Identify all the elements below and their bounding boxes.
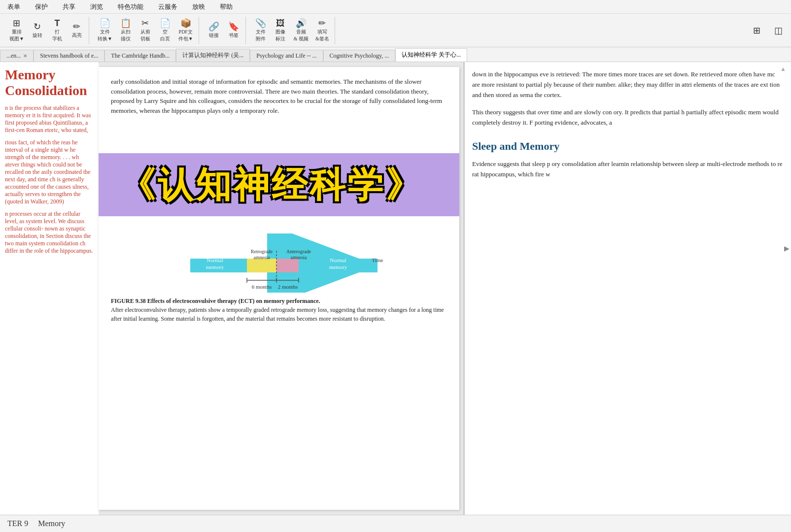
sidebar-icon: ◫ [774,25,783,36]
figure-caption: FIGURE 9.38 Effects of electroconvulsive… [111,297,447,323]
right-panel-sleep: Evidence suggests that sleep p ory conso… [472,159,784,180]
svg-text:Normal: Normal [330,257,346,263]
rearrange-view-button[interactable]: ⊞ 重排视图▼ [7,17,27,44]
figure-container: Normal memory Retrograde amnesia Anterog… [111,233,447,323]
menu-bar: 表单 保护 共享 浏览 特色功能 云服务 放映 帮助 [0,0,791,14]
pdf-package-icon: 📦 [180,19,191,28]
doc-page: early consolidation and initial storage … [99,67,459,510]
attachment-icon: 📎 [255,19,266,28]
svg-text:amnesia: amnesia [254,255,270,260]
right-panel: ▲ down in the hippocampus eve is retriev… [464,62,791,515]
toolbar-group-view: ⊞ 重排视图▼ ↻ 旋转 T 打字机 ✏ 高亮 [4,17,89,44]
pdf-package-button[interactable]: 📦 PDF文件包▼ [176,17,196,44]
rearrange-label: 重排视图▼ [9,29,24,42]
scan-button[interactable]: 📋 从扫描仪 [117,17,135,44]
menu-item-share[interactable]: 共享 [60,1,78,12]
svg-text:amnesia: amnesia [291,255,307,260]
grid-icon: ⊞ [753,25,760,36]
banner-chinese-text: 《认知神经科学》 [99,158,459,211]
audio-video-label: 音频& 视频 [294,29,309,42]
menu-item-cloud[interactable]: 云服务 [156,1,180,12]
fill-sign-button[interactable]: ✏ 填写&签名 [313,17,332,44]
sleep-memory-heading: Sleep and Memory [472,138,784,154]
bookmark-button[interactable]: 🔖 书签 [225,21,242,40]
chapter-title-memory: Memory [5,67,94,83]
tab-1-label: Stevens handbook of e... [40,52,98,60]
sidebar-toggle-button[interactable]: ◫ [769,24,787,37]
pdf-package-label: PDF文件包▼ [178,29,193,42]
svg-text:Normal: Normal [206,257,223,263]
menu-item-browse[interactable]: 浏览 [88,1,105,12]
sidebar-quote-text: rious fact, of which the reas he interva… [5,139,94,205]
bookmark-label: 书签 [229,32,239,39]
tabs-bar: ...en... ✕ Stevens handbook of e... The … [0,47,791,62]
sidebar-processes-text: n processes occur at the cellular level,… [5,210,94,255]
right-panel-intro: down in the hippocampus eve is retrieved… [472,69,784,100]
highlight-button[interactable]: ✏ 高亮 [68,21,86,40]
tab-2-label: The Cambridge Handb... [111,52,170,60]
overlay-banner: 《认知神经科学》 [99,153,459,216]
svg-rect-2 [247,259,276,272]
left-sidebar: Memory Consolidation n is the process th… [0,62,99,515]
menu-item-protect[interactable]: 保护 [33,1,50,12]
tab-1[interactable]: Stevens handbook of e... [34,50,104,62]
scan-label: 从扫描仪 [121,29,131,42]
scan-icon: 📋 [120,19,131,28]
tab-3-label: 计算认知神经科学 (吴... [182,51,243,60]
rotate-button[interactable]: ↻ 旋转 [29,21,46,40]
figure-svg: Normal memory Retrograde amnesia Anterog… [161,233,397,293]
tab-5-label: Cognitive Psychology, ... [330,52,389,60]
tab-4-label: Psychology and Life -- ... [256,52,316,60]
link-button[interactable]: 🔗 链接 [205,21,223,40]
figure-caption-body: After electroconvulsive therapy, patient… [111,306,444,322]
toolbar-group-file: 📄 文件转换▼ 📋 从扫描仪 ✂ 从剪切板 📄 空白页 📦 PDF文件包▼ [92,17,199,44]
attachment-label: 文件附件 [256,29,266,42]
link-icon: 🔗 [208,22,219,31]
tab-6[interactable]: 认知神经科学 关于心... [395,48,467,62]
tab-2[interactable]: The Cambridge Handb... [104,50,176,62]
toolbar: ⊞ 重排视图▼ ↻ 旋转 T 打字机 ✏ 高亮 📄 文件转换▼ 📋 从扫描仪 ✂… [0,14,791,47]
file-convert-button[interactable]: 📄 文件转换▼ [95,17,115,44]
image-annotation-icon: 🖼 [276,19,285,28]
svg-text:6 months: 6 months [252,284,272,290]
chapter-number: TER 9 [7,519,28,528]
link-label: 链接 [209,32,219,39]
rearrange-icon: ⊞ [13,19,20,28]
tab-4[interactable]: Psychology and Life -- ... [250,50,323,62]
typewriter-label: 打字机 [52,29,62,42]
file-convert-label: 文件转换▼ [98,29,112,42]
svg-text:memory: memory [206,264,224,270]
svg-text:Retrograde: Retrograde [251,249,273,254]
fill-sign-icon: ✏ [318,19,326,28]
audio-video-button[interactable]: 🔊 音频& 视频 [291,17,311,44]
menu-item-form[interactable]: 表单 [5,1,23,12]
clipboard-button[interactable]: ✂ 从剪切板 [137,17,154,44]
tab-0-close[interactable]: ✕ [23,53,27,59]
scroll-up-indicator: ▲ [780,65,786,73]
audio-video-icon: 🔊 [296,19,307,28]
tab-5[interactable]: Cognitive Psychology, ... [323,50,396,62]
fill-sign-label: 填写&签名 [315,29,329,42]
typewriter-icon: T [54,19,60,28]
grid-view-button[interactable]: ⊞ [748,24,765,37]
sidebar-body-text: n is the process that stabilizes a memor… [5,104,94,134]
file-convert-icon: 📄 [100,19,110,28]
menu-item-playback[interactable]: 放映 [190,1,207,12]
tab-6-label: 认知神经科学 关于心... [402,51,461,59]
blank-page-button[interactable]: 📄 空白页 [156,17,174,44]
tab-0[interactable]: ...en... ✕ [0,50,34,62]
rotate-icon: ↻ [34,22,41,31]
svg-rect-3 [276,259,299,272]
attachment-button[interactable]: 📎 文件附件 [252,17,270,44]
doc-main-para1: early consolidation and initial storage … [111,77,447,115]
image-annotation-button[interactable]: 🖼 图像标注 [272,17,289,44]
bookmark-icon: 🔖 [228,22,239,31]
svg-text:Time: Time [372,257,383,263]
menu-item-features[interactable]: 特色功能 [115,1,146,12]
typewriter-button[interactable]: T 打字机 [48,17,66,44]
tab-3[interactable]: 计算认知神经科学 (吴... [176,49,250,62]
section-label: Memory [38,519,65,528]
blank-page-label: 空白页 [160,29,170,42]
menu-item-help[interactable]: 帮助 [217,1,235,12]
scroll-right-arrow[interactable]: ▶ [784,243,790,254]
